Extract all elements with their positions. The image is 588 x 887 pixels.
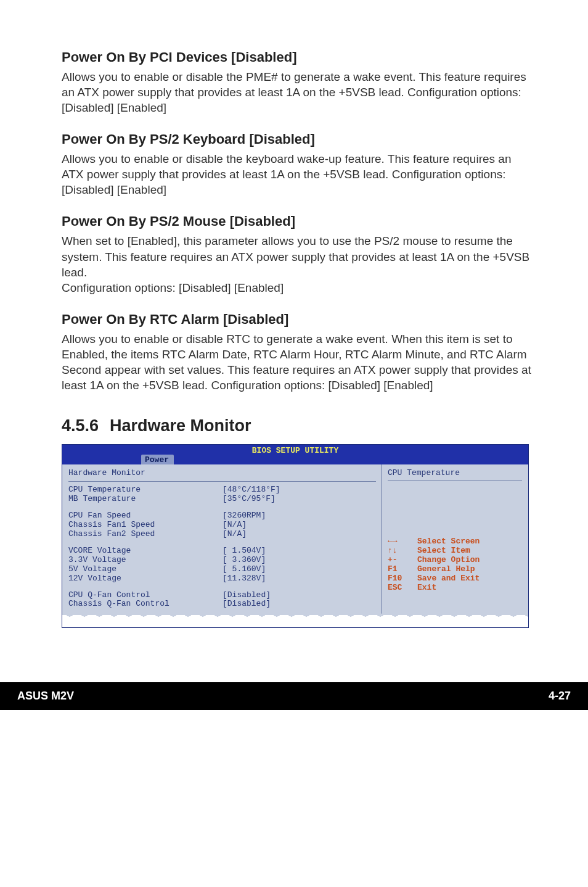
bios-row-value: [Disabled] <box>223 591 271 600</box>
bios-row: MB Temperature[35°C/95°F] <box>68 495 376 504</box>
bios-help-keys: ←→Select Screen ↑↓Select Item +-Change O… <box>388 537 522 593</box>
bios-help-label: Exit <box>417 584 436 593</box>
bios-help-row: +-Change Option <box>388 556 522 565</box>
bios-row-value: [N/A] <box>223 530 247 539</box>
page-footer: ASUS M2V 4-27 <box>0 682 588 710</box>
bios-title-text: BIOS SETUP UTILITY <box>62 446 528 455</box>
bios-row-value: [35°C/95°F] <box>223 495 276 504</box>
bios-row-label: Chassis Q-Fan Control <box>68 600 223 609</box>
section-heading: Power On By PCI Devices [Disabled] <box>62 49 533 65</box>
bios-row-label: CPU Q-Fan Control <box>68 591 223 600</box>
bios-row-label: VCORE Voltage <box>68 547 223 556</box>
bios-help-label: Select Item <box>417 547 470 556</box>
bios-help-row: ←→Select Screen <box>388 537 522 547</box>
bios-help-label: Save and Exit <box>417 574 480 584</box>
bios-row-label: CPU Fan Speed <box>68 511 223 521</box>
bios-row-label: Chassis Fan2 Speed <box>68 530 223 539</box>
bios-row-value: [ 5.160V] <box>223 565 266 574</box>
bios-row: CPU Fan Speed[3260RPM] <box>68 511 376 521</box>
footer-right: 4-27 <box>549 690 571 703</box>
bios-row: Chassis Fan1 Speed[N/A] <box>68 521 376 530</box>
bios-help-key: ←→ <box>388 537 417 547</box>
bios-group-fans: CPU Fan Speed[3260RPM] Chassis Fan1 Spee… <box>68 511 376 539</box>
bios-help-label: Change Option <box>417 556 480 565</box>
bios-group-temperature: CPU Temperature[48°C/118°F] MB Temperatu… <box>68 485 376 504</box>
subsection-heading: 4.5.6Hardware Monitor <box>62 416 533 435</box>
bios-row-label: MB Temperature <box>68 495 223 504</box>
section-body: Allows you to enable or disable the PME#… <box>62 69 533 115</box>
bios-row-value: [11.328V] <box>223 574 266 584</box>
bios-row: 12V Voltage[11.328V] <box>68 574 376 584</box>
section-heading: Power On By RTC Alarm [Disabled] <box>62 311 533 328</box>
bios-row-value: [ 1.504V] <box>223 547 266 556</box>
bios-row: 3.3V Voltage[ 3.360V] <box>68 556 376 565</box>
subsection-title: Hardware Monitor <box>110 416 251 435</box>
bios-help-row: ↑↓Select Item <box>388 547 522 556</box>
subsection-number: 4.5.6 <box>62 416 99 435</box>
bios-help-row: F1General Help <box>388 565 522 574</box>
bios-screenshot: BIOS SETUP UTILITY Power Hardware Monito… <box>62 444 529 628</box>
bios-row-value: [3260RPM] <box>223 511 266 521</box>
bios-row-label: Chassis Fan1 Speed <box>68 521 223 530</box>
bios-help-key: +- <box>388 556 417 565</box>
bios-row: 5V Voltage[ 5.160V] <box>68 565 376 574</box>
bios-help-title: CPU Temperature <box>388 468 460 477</box>
bios-torn-edge <box>62 615 528 627</box>
bios-row-label: 5V Voltage <box>68 565 223 574</box>
bios-help-row: ESCExit <box>388 584 522 593</box>
bios-row-label: 3.3V Voltage <box>68 556 223 565</box>
bios-row-label: CPU Temperature <box>68 485 223 495</box>
bios-row-value: [48°C/118°F] <box>223 485 280 495</box>
bios-help-key: F10 <box>388 574 417 584</box>
bios-row: VCORE Voltage[ 1.504V] <box>68 547 376 556</box>
section-heading: Power On By PS/2 Keyboard [Disabled] <box>62 131 533 147</box>
footer-left: ASUS M2V <box>17 690 74 703</box>
section-body: When set to [Enabled], this parameter al… <box>62 233 533 295</box>
bios-active-tab: Power <box>141 455 174 464</box>
bios-titlebar: BIOS SETUP UTILITY Power <box>62 445 528 464</box>
bios-row-label: 12V Voltage <box>68 574 223 584</box>
bios-row-value: [N/A] <box>223 521 247 530</box>
bios-help-key: ESC <box>388 584 417 593</box>
bios-right-panel: CPU Temperature ←→Select Screen ↑↓Select… <box>381 464 528 615</box>
bios-row-value: [ 3.360V] <box>223 556 266 565</box>
bios-help-key: F1 <box>388 565 417 574</box>
bios-row-value: [Disabled] <box>223 600 271 609</box>
section-heading: Power On By PS/2 Mouse [Disabled] <box>62 213 533 229</box>
bios-help-label: General Help <box>417 565 475 574</box>
bios-row: CPU Temperature[48°C/118°F] <box>68 485 376 495</box>
bios-row: Chassis Fan2 Speed[N/A] <box>68 530 376 539</box>
bios-group-qfan: CPU Q-Fan Control[Disabled] Chassis Q-Fa… <box>68 591 376 609</box>
bios-row: CPU Q-Fan Control[Disabled] <box>68 591 376 600</box>
section-body: Allows you to enable or disable RTC to g… <box>62 331 533 393</box>
bios-help-key: ↑↓ <box>388 547 417 556</box>
section-body: Allows you to enable or disable the keyb… <box>62 151 533 197</box>
bios-row: Chassis Q-Fan Control[Disabled] <box>68 600 376 609</box>
bios-help-label: Select Screen <box>417 537 480 547</box>
bios-left-panel: Hardware Monitor CPU Temperature[48°C/11… <box>62 464 381 615</box>
bios-help-row: F10Save and Exit <box>388 574 522 584</box>
bios-panel-title: Hardware Monitor <box>68 468 376 480</box>
bios-group-voltage: VCORE Voltage[ 1.504V] 3.3V Voltage[ 3.3… <box>68 547 376 584</box>
